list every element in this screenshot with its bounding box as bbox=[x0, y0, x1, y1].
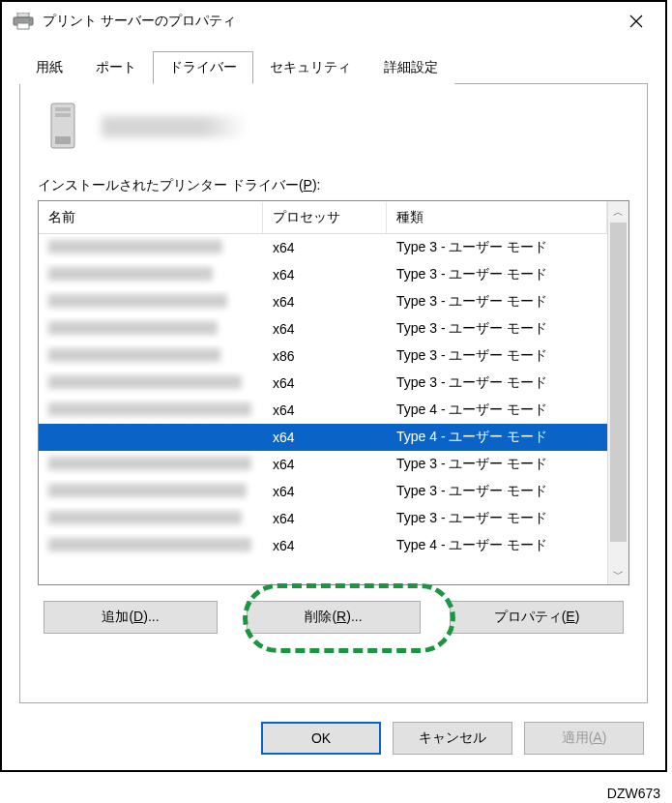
driver-listview[interactable]: 名前 プロセッサ 種類 x64Type 3 - ユーザー モードx64Type … bbox=[38, 200, 629, 585]
add-button[interactable]: 追加(D)... bbox=[44, 601, 218, 634]
list-item[interactable]: x64Type 3 - ユーザー モード bbox=[39, 370, 607, 397]
tab-strip: 用紙 ポート ドライバー セキュリティ 詳細設定 bbox=[19, 50, 648, 84]
cell-name-redacted bbox=[39, 453, 263, 477]
tab-driver[interactable]: ドライバー bbox=[153, 51, 253, 84]
printer-icon bbox=[12, 13, 35, 30]
label-prefix: インストールされたプリンター ドライバー( bbox=[38, 177, 304, 193]
list-item[interactable]: x64Type 3 - ユーザー モード bbox=[39, 478, 607, 505]
svg-rect-7 bbox=[55, 107, 71, 111]
scroll-up-arrow[interactable]: ︿ bbox=[608, 201, 628, 223]
label-hotkey: P bbox=[304, 177, 312, 193]
cell-type: Type 3 - ユーザー モード bbox=[387, 452, 607, 477]
apply-button-label: 適用(A) bbox=[562, 729, 607, 745]
tab-port[interactable]: ポート bbox=[79, 51, 153, 84]
properties-button[interactable]: プロパティ(E) bbox=[450, 601, 624, 634]
server-icon bbox=[47, 102, 78, 152]
cell-type: Type 4 - ユーザー モード bbox=[387, 533, 607, 558]
cell-type: Type 3 - ユーザー モード bbox=[387, 371, 607, 396]
cell-type: Type 3 - ユーザー モード bbox=[387, 235, 607, 260]
dialog-button-bar: OK キャンセル 適用(A) bbox=[261, 722, 644, 755]
cell-processor: x64 bbox=[263, 263, 387, 286]
close-button[interactable] bbox=[617, 7, 656, 36]
list-item[interactable]: x64Type 4 - ユーザー モード bbox=[39, 532, 607, 559]
col-header-type[interactable]: 種類 bbox=[387, 202, 607, 233]
svg-rect-2 bbox=[17, 23, 29, 29]
listview-header: 名前 プロセッサ 種類 bbox=[39, 201, 607, 234]
cell-processor: x86 bbox=[263, 344, 387, 368]
image-id-label: DZW673 bbox=[607, 786, 660, 801]
list-item[interactable]: x64Type 3 - ユーザー モード bbox=[39, 315, 607, 342]
list-item[interactable]: x64Type 3 - ユーザー モード bbox=[39, 451, 607, 478]
list-item[interactable]: x64Type 3 - ユーザー モード bbox=[39, 505, 607, 532]
tab-body-driver: インストールされたプリンター ドライバー(P): 名前 プロセッサ 種類 x64… bbox=[19, 84, 648, 703]
listview-body: x64Type 3 - ユーザー モードx64Type 3 - ユーザー モード… bbox=[39, 234, 607, 559]
cell-processor: x64 bbox=[263, 290, 387, 313]
scroll-thumb[interactable] bbox=[610, 223, 627, 542]
cancel-button[interactable]: キャンセル bbox=[393, 722, 512, 755]
svg-rect-8 bbox=[55, 113, 71, 117]
list-item[interactable]: x64Type 4 - ユーザー モード bbox=[39, 424, 607, 451]
svg-rect-0 bbox=[17, 13, 29, 17]
cell-processor: x64 bbox=[263, 372, 387, 395]
col-header-name[interactable]: 名前 bbox=[39, 202, 263, 233]
window-title: プリント サーバーのプロパティ bbox=[43, 13, 617, 30]
cell-processor: x64 bbox=[263, 534, 387, 557]
content-area: 用紙 ポート ドライバー セキュリティ 詳細設定 インストールされた bbox=[2, 41, 665, 703]
list-item[interactable]: x64Type 4 - ユーザー モード bbox=[39, 397, 607, 424]
vertical-scrollbar[interactable]: ︿ ﹀ bbox=[607, 201, 628, 584]
driver-list-label: インストールされたプリンター ドライバー(P): bbox=[38, 177, 629, 194]
cell-type: Type 3 - ユーザー モード bbox=[387, 479, 607, 504]
cell-name-redacted bbox=[39, 344, 263, 369]
remove-button-label: 削除(R)... bbox=[305, 609, 362, 624]
cell-name-redacted bbox=[39, 399, 263, 423]
remove-button[interactable]: 削除(R)... bbox=[247, 601, 421, 634]
server-info bbox=[38, 102, 629, 152]
listview-inner: 名前 プロセッサ 種類 x64Type 3 - ユーザー モードx64Type … bbox=[39, 201, 607, 584]
cell-name-redacted bbox=[39, 507, 263, 531]
cell-name-redacted bbox=[39, 263, 263, 287]
cell-processor: x64 bbox=[263, 236, 387, 259]
cell-name-redacted bbox=[39, 290, 263, 314]
col-header-processor[interactable]: プロセッサ bbox=[263, 202, 387, 233]
cell-processor: x64 bbox=[263, 480, 387, 503]
cell-type: Type 3 - ユーザー モード bbox=[387, 506, 607, 531]
list-item[interactable]: x64Type 3 - ユーザー モード bbox=[39, 261, 607, 288]
cell-processor: x64 bbox=[263, 507, 387, 530]
cell-processor: x64 bbox=[263, 317, 387, 341]
cell-name-redacted bbox=[39, 433, 263, 441]
server-name-redacted bbox=[102, 116, 247, 137]
driver-action-row: 追加(D)... 削除(R)... プロパティ(E) bbox=[38, 601, 629, 634]
list-item[interactable]: x64Type 3 - ユーザー モード bbox=[39, 288, 607, 315]
svg-rect-9 bbox=[55, 136, 71, 144]
scroll-down-arrow[interactable]: ﹀ bbox=[608, 563, 628, 584]
cell-type: Type 3 - ユーザー モード bbox=[387, 289, 607, 314]
properties-button-label: プロパティ(E) bbox=[494, 609, 580, 624]
list-item[interactable]: x86Type 3 - ユーザー モード bbox=[39, 342, 607, 370]
list-item[interactable]: x64Type 3 - ユーザー モード bbox=[39, 234, 607, 261]
label-suffix: ): bbox=[312, 177, 321, 193]
cell-type: Type 3 - ユーザー モード bbox=[387, 316, 607, 342]
cell-type: Type 3 - ユーザー モード bbox=[387, 262, 607, 287]
cell-name-redacted bbox=[39, 480, 263, 504]
cell-type: Type 4 - ユーザー モード bbox=[387, 398, 607, 423]
tab-advanced[interactable]: 詳細設定 bbox=[367, 51, 454, 84]
apply-button: 適用(A) bbox=[524, 722, 644, 755]
cell-processor: x64 bbox=[263, 453, 387, 476]
cell-name-redacted bbox=[39, 236, 263, 260]
cell-name-redacted bbox=[39, 317, 263, 342]
tab-paper[interactable]: 用紙 bbox=[19, 51, 79, 84]
cell-processor: x64 bbox=[263, 426, 387, 449]
cell-processor: x64 bbox=[263, 399, 387, 422]
svg-point-3 bbox=[29, 19, 31, 21]
cell-type: Type 3 - ユーザー モード bbox=[387, 343, 607, 369]
cell-name-redacted bbox=[39, 372, 263, 396]
add-button-label: 追加(D)... bbox=[102, 609, 159, 624]
ok-button[interactable]: OK bbox=[261, 722, 381, 755]
print-server-properties-dialog: プリント サーバーのプロパティ 用紙 ポート ドライバー セキュリティ 詳細設定 bbox=[0, 0, 667, 772]
titlebar: プリント サーバーのプロパティ bbox=[2, 2, 665, 41]
close-icon bbox=[629, 15, 643, 28]
tab-security[interactable]: セキュリティ bbox=[253, 51, 367, 84]
cell-name-redacted bbox=[39, 534, 263, 558]
cell-type: Type 4 - ユーザー モード bbox=[387, 425, 607, 450]
